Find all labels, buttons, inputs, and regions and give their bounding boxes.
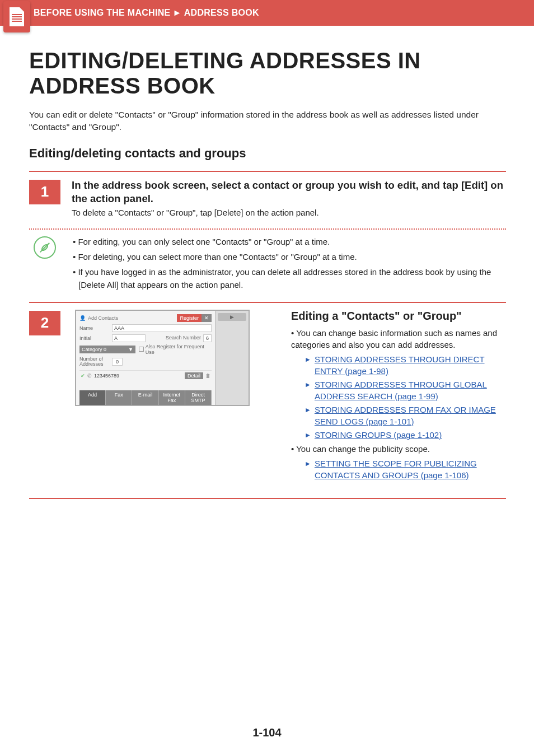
step-2-bullet: You can change basic information such as… bbox=[291, 327, 506, 352]
step-1-badge: 1 bbox=[29, 180, 60, 204]
step-1-text: To delete a "Contacts" or "Group", tap [… bbox=[72, 208, 506, 217]
step-1-notes: For editing, you can only select one "Co… bbox=[29, 230, 506, 302]
section-icon bbox=[3, 1, 30, 32]
tab-ifax[interactable]: Internet Fax bbox=[159, 390, 185, 405]
breadcrumb-sep: ► bbox=[173, 8, 182, 18]
tab-add[interactable]: Add bbox=[79, 390, 106, 405]
step-2: 2 👤 Add Contacts Register ✕ bbox=[29, 302, 506, 499]
tab-email[interactable]: E-mail bbox=[132, 390, 158, 405]
frequent-use-checkbox[interactable]: Also Register for Frequent Use bbox=[139, 344, 212, 355]
note-item: For deleting, you can select more than o… bbox=[76, 250, 506, 263]
num-addresses-label: Number of Addresses bbox=[79, 357, 112, 367]
step-2-heading: Editing a "Contacts" or "Group" bbox=[291, 310, 506, 323]
close-icon[interactable]: ✕ bbox=[202, 314, 212, 322]
step-1: 1 In the address book screen, select a c… bbox=[29, 171, 506, 223]
triangle-icon: ► bbox=[305, 380, 311, 390]
breadcrumb-b: ADDRESS BOOK bbox=[184, 8, 259, 18]
note-item: If you have logged in as the administrat… bbox=[76, 265, 506, 292]
link-publicity-scope[interactable]: SETTING THE SCOPE FOR PUBLICIZING CONTAC… bbox=[315, 458, 506, 481]
link-groups[interactable]: STORING GROUPS (page 1-102) bbox=[315, 429, 442, 441]
ui-title: Add Contacts bbox=[88, 315, 118, 321]
initial-label: Initial bbox=[79, 335, 112, 341]
tab-smtp[interactable]: Direct SMTP bbox=[185, 390, 212, 405]
triangle-icon: ► bbox=[305, 431, 311, 440]
initial-input[interactable]: A bbox=[112, 334, 146, 342]
person-icon: 👤 bbox=[79, 315, 86, 321]
search-number-label: Search Number bbox=[166, 335, 201, 340]
intro-text: You can edit or delete "Contacts" or "Gr… bbox=[29, 109, 506, 134]
page-title: EDITING/DELETING ADDRESSES IN ADDRESS BO… bbox=[29, 48, 506, 99]
chevron-down-icon: ▼ bbox=[128, 347, 133, 352]
name-label: Name bbox=[79, 325, 112, 331]
triangle-icon: ► bbox=[305, 405, 311, 415]
trash-icon[interactable]: 🗑 bbox=[205, 373, 210, 379]
note-item: For editing, you can only select one "Co… bbox=[76, 235, 506, 248]
step-2-bullet: You can change the publicity scope. bbox=[291, 443, 506, 455]
note-icon bbox=[29, 235, 60, 260]
link-send-logs[interactable]: STORING ADDRESSES FROM FAX OR IMAGE SEND… bbox=[315, 404, 506, 427]
category-select[interactable]: Category 0▼ bbox=[79, 346, 135, 353]
step-1-title: In the address book screen, select a con… bbox=[72, 179, 506, 206]
triangle-icon: ► bbox=[305, 459, 311, 469]
detail-button[interactable]: Detail bbox=[185, 372, 203, 379]
entry-number: 123456789 bbox=[94, 373, 119, 379]
phone-icon: ✆ bbox=[87, 373, 92, 379]
step-2-badge: 2 bbox=[29, 311, 60, 335]
tab-fax[interactable]: Fax bbox=[106, 390, 132, 405]
search-number-input[interactable]: 6 bbox=[203, 334, 212, 342]
divider bbox=[29, 498, 506, 499]
register-button[interactable]: Register bbox=[177, 314, 202, 322]
link-direct-entry[interactable]: STORING ADDRESSES THROUGH DIRECT ENTRY (… bbox=[315, 353, 506, 377]
name-input[interactable]: AAA bbox=[112, 324, 212, 332]
screenshot-add-contacts: 👤 Add Contacts Register ✕ Name AAA bbox=[75, 310, 250, 406]
breadcrumb-a: BEFORE USING THE MACHINE bbox=[34, 8, 171, 18]
triangle-icon: ► bbox=[305, 355, 311, 365]
num-addresses-value: 0 bbox=[112, 358, 123, 366]
page-number: 1-104 bbox=[0, 726, 534, 739]
side-expand-button[interactable]: ▶ bbox=[218, 313, 246, 321]
section-heading: Editing/deleting contacts and groups bbox=[29, 146, 506, 161]
check-icon[interactable]: ✔ bbox=[81, 373, 85, 379]
link-global-search[interactable]: STORING ADDRESSES THROUGH GLOBAL ADDRESS… bbox=[315, 379, 506, 402]
breadcrumb: BEFORE USING THE MACHINE ► ADDRESS BOOK bbox=[0, 0, 534, 26]
